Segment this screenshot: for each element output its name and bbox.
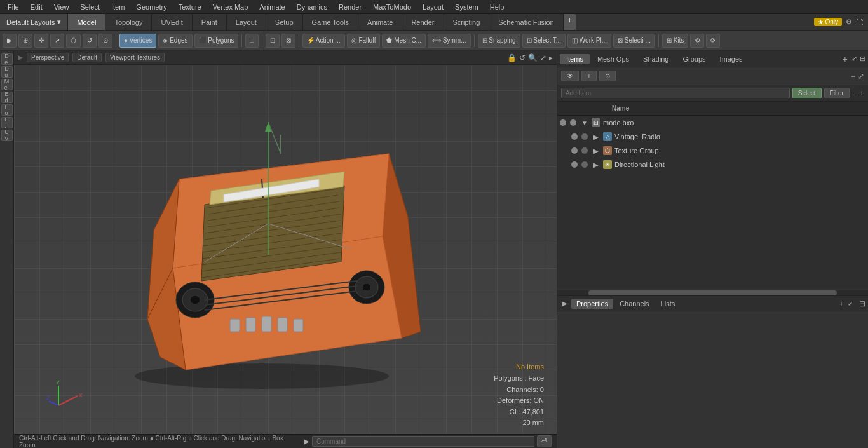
menu-help[interactable]: Help <box>485 2 510 12</box>
tab-images[interactable]: Images <box>714 54 749 64</box>
viewport-default-btn[interactable]: Default <box>72 53 102 62</box>
command-submit-btn[interactable]: ⏎ <box>537 435 552 447</box>
tab-groups[interactable]: Groups <box>676 54 712 64</box>
toolbar-select-t-btn[interactable]: ⊡ Select T... <box>522 34 566 48</box>
layout-dropdown[interactable]: Default Layouts ▾ <box>0 14 68 30</box>
toolbar-rotate-btn[interactable]: ↺ <box>83 34 97 48</box>
tab-layout[interactable]: Layout <box>227 14 266 30</box>
menu-item[interactable]: Item <box>106 2 130 12</box>
toolbar-snap-btn[interactable]: ⊙ <box>98 34 112 48</box>
toolbar-redo-btn[interactable]: ⟳ <box>706 34 720 48</box>
sidebar-tool-3[interactable]: Me <box>1 79 13 90</box>
expand-vintage-radio[interactable]: ▶ <box>592 132 600 141</box>
viewport-perspective-btn[interactable]: Perspective <box>27 53 69 62</box>
panel-expand-icon[interactable]: ⤢ <box>851 55 857 63</box>
expand-directional-light[interactable]: ▶ <box>592 160 600 169</box>
add-item-filter-btn[interactable]: Filter <box>824 88 850 98</box>
add-item-more-btn[interactable]: + <box>859 88 864 98</box>
tree-item-texture-group[interactable]: ▶ ⬡ Texture Group <box>557 144 868 158</box>
command-input[interactable] <box>312 436 534 447</box>
expand-modo-bxo[interactable]: ▼ <box>580 118 589 127</box>
visibility-directional-light[interactable] <box>571 161 578 168</box>
render-visible-modo-bxo[interactable] <box>570 119 576 126</box>
items-add-btn[interactable]: + <box>581 71 597 81</box>
toolbar-edges-btn[interactable]: ◈ Edges <box>158 34 192 48</box>
menu-render[interactable]: Render <box>334 2 367 12</box>
viewport-refresh-icon[interactable]: ↺ <box>519 53 526 62</box>
viewport-3d[interactable]: No Items Polygons : Face Channels: 0 Def… <box>14 65 557 434</box>
panel-collapse-icon[interactable]: ⊟ <box>860 55 865 63</box>
toolbar-polygons-btn[interactable]: ⬛ Polygons <box>194 34 239 48</box>
menu-select[interactable]: Select <box>75 2 105 12</box>
menu-geometry[interactable]: Geometry <box>131 2 172 12</box>
tab-uvedit[interactable]: UVEdit <box>152 14 192 30</box>
tab-paint[interactable]: Paint <box>193 14 227 30</box>
sidebar-tool-5[interactable]: Po <box>1 104 13 116</box>
viewport-lock-icon[interactable]: 🔒 <box>507 53 517 62</box>
tab-scripting[interactable]: Scripting <box>444 14 490 30</box>
menu-system[interactable]: System <box>450 2 484 12</box>
tab-channels[interactable]: Channels <box>614 299 654 309</box>
sidebar-tool-6[interactable]: C: <box>1 117 13 128</box>
toolbar-origin-btn[interactable]: ✛ <box>34 34 48 48</box>
items-collapse-btn[interactable]: − <box>851 72 855 81</box>
fullscreen-icon[interactable]: ⛶ <box>856 18 863 26</box>
add-item-collapse-btn[interactable]: − <box>852 88 857 98</box>
settings-icon[interactable]: ⚙ <box>846 18 852 26</box>
add-layout-tab-button[interactable]: + <box>564 14 576 30</box>
add-item-select-btn[interactable]: Select <box>792 88 822 98</box>
toolbar-box-btn[interactable]: □ <box>245 34 258 48</box>
toolbar-wire-btn[interactable]: ⊡ <box>266 34 280 48</box>
toolbar-kits-btn[interactable]: ⊞ Kits <box>662 34 688 48</box>
viewport-textures-btn[interactable]: Viewport Textures <box>105 53 165 62</box>
toolbar-mesh-btn[interactable]: ⬟ Mesh C... <box>382 34 426 48</box>
menu-file[interactable]: File <box>3 2 24 12</box>
add-item-input[interactable] <box>561 88 790 98</box>
viewport-more-icon[interactable]: ▸ <box>549 53 553 62</box>
scrollbar-thumb[interactable] <box>588 290 837 295</box>
toolbar-add-btn[interactable]: ⊕ <box>18 34 32 48</box>
menu-view[interactable]: View <box>49 2 74 12</box>
tab-animate[interactable]: Animate <box>358 14 402 30</box>
props-settings-icon[interactable]: ⊟ <box>859 299 865 308</box>
props-expand-btn[interactable]: ⤢ <box>845 300 855 307</box>
items-visibility-btn[interactable]: 👁 <box>561 71 579 81</box>
visibility-texture-group[interactable] <box>571 147 578 154</box>
toolbar-shape-btn[interactable]: ⬡ <box>66 34 81 48</box>
viewport-resize-icon[interactable]: ⤢ <box>540 53 546 62</box>
toolbar-selecti-btn[interactable]: ⊠ Selecti ... <box>613 34 655 48</box>
menu-animate[interactable]: Animate <box>254 2 290 12</box>
sidebar-tool-4[interactable]: Ed <box>1 92 13 103</box>
toolbar-transform-btn[interactable]: ↗ <box>50 34 64 48</box>
tree-item-vintage-radio[interactable]: ▶ △ Vintage_Radio <box>557 130 868 144</box>
menu-layout[interactable]: Layout <box>417 2 449 12</box>
toolbar-undo-btn[interactable]: ⟲ <box>690 34 704 48</box>
menu-dynamics[interactable]: Dynamics <box>292 2 332 12</box>
toolbar-workpl-btn[interactable]: ◫ Work Pl... <box>567 34 611 48</box>
tab-setup[interactable]: Setup <box>266 14 303 30</box>
tab-lists[interactable]: Lists <box>656 299 681 309</box>
tab-render[interactable]: Render <box>402 14 444 30</box>
tab-model[interactable]: Model <box>68 14 105 30</box>
toolbar-action-btn[interactable]: ⚡ Action ... <box>302 34 345 48</box>
toolbar-move-btn[interactable]: ▶ <box>3 34 17 48</box>
horizontal-scrollbar[interactable] <box>557 290 868 295</box>
toolbar-symm-btn[interactable]: ⟺ Symm... <box>428 34 470 48</box>
render-visible-directional-light[interactable] <box>581 161 588 168</box>
menu-vertex-map[interactable]: Vertex Map <box>208 2 254 12</box>
tree-item-modo-bxo[interactable]: ▼ ⊡ modo.bxo <box>557 116 868 130</box>
tab-gametools[interactable]: Game Tools <box>303 14 359 30</box>
render-visible-texture-group[interactable] <box>581 147 588 154</box>
sidebar-tool-7[interactable]: UV <box>1 130 13 141</box>
toolbar-falloff-btn[interactable]: ◎ Falloff <box>347 34 381 48</box>
toolbar-snapping-btn[interactable]: ⊞ Snapping <box>478 34 520 48</box>
tab-topology[interactable]: Topology <box>105 14 152 30</box>
add-panel-btn[interactable]: + <box>843 54 848 64</box>
toolbar-vertices-btn[interactable]: ● Vertices <box>119 34 156 48</box>
tab-schematic-fusion[interactable]: Schematic Fusion <box>489 14 563 30</box>
menu-texture[interactable]: Texture <box>173 2 207 12</box>
menu-maxtomodo[interactable]: MaxToModo <box>368 2 416 12</box>
props-collapse-icon[interactable]: ▶ <box>560 300 570 307</box>
tree-item-directional-light[interactable]: ▶ ☀ Directional Light <box>557 158 868 172</box>
expand-texture-group[interactable]: ▶ <box>592 146 600 155</box>
